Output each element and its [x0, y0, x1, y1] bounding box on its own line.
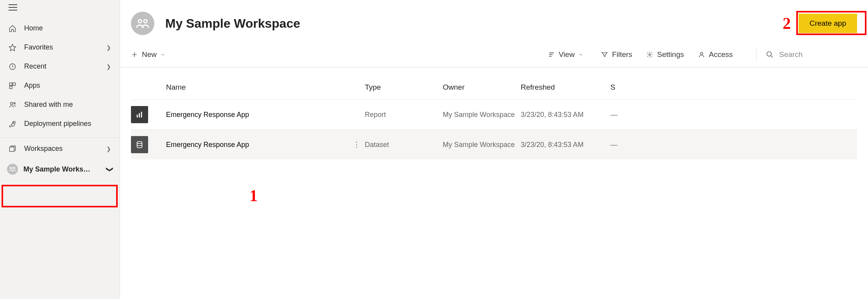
filter-icon: [601, 51, 608, 58]
item-type: Dataset: [365, 141, 443, 149]
table-header-row: Name Type Owner Refreshed S: [131, 75, 857, 99]
gear-icon: [646, 51, 653, 58]
sidebar-item-label: Workspaces: [24, 145, 106, 153]
dataset-icon: [131, 136, 148, 153]
chevron-right-icon: ❯: [106, 44, 111, 51]
annotation-box-1: [2, 185, 118, 207]
svg-rect-3: [13, 83, 16, 85]
person-icon: [698, 51, 705, 58]
svg-point-11: [138, 19, 142, 23]
svg-point-15: [767, 52, 772, 57]
sidebar-item-label: Apps: [24, 81, 111, 90]
search-icon: [766, 51, 774, 58]
current-workspace-label: My Sample Works…: [23, 165, 107, 173]
new-button[interactable]: New: [131, 50, 169, 59]
col-header-type[interactable]: Type: [365, 83, 443, 92]
home-icon: [9, 25, 19, 32]
svg-point-14: [700, 52, 703, 55]
svg-rect-8: [10, 147, 14, 152]
chevron-down-icon: [578, 52, 583, 57]
item-refreshed: 3/23/20, 8:43:53 AM: [521, 111, 610, 119]
sidebar-bottom: Workspaces ❯ My Sample Works… ❯: [0, 137, 120, 180]
sidebar-item-label: Favorites: [24, 43, 106, 51]
sidebar-item-shared[interactable]: Shared with me: [0, 95, 120, 114]
svg-rect-17: [139, 113, 140, 117]
shared-icon: [9, 101, 19, 109]
sidebar: Home Favorites ❯ Recent ❯ Apps S: [0, 0, 120, 299]
search-input[interactable]: [779, 50, 857, 59]
sidebar-current-workspace[interactable]: My Sample Works… ❯: [0, 158, 120, 180]
sidebar-item-favorites[interactable]: Favorites ❯: [0, 38, 120, 57]
workspace-header: My Sample Workspace Create app: [120, 8, 868, 42]
col-header-owner[interactable]: Owner: [443, 83, 521, 92]
chevron-down-icon: [161, 52, 165, 57]
sidebar-item-label: Recent: [24, 62, 106, 71]
svg-rect-2: [10, 83, 12, 85]
chevron-right-icon: ❯: [106, 146, 111, 152]
rocket-icon: [9, 120, 19, 128]
view-icon: [548, 51, 555, 58]
filters-button[interactable]: Filters: [601, 50, 632, 59]
toolbar-separator: [756, 48, 757, 62]
svg-rect-18: [141, 112, 142, 118]
item-name: Emergency Response App: [166, 111, 353, 119]
svg-point-5: [11, 102, 13, 104]
svg-point-10: [13, 167, 15, 169]
page-title: My Sample Workspace: [165, 16, 300, 31]
access-button[interactable]: Access: [698, 50, 733, 59]
search-box[interactable]: [766, 50, 857, 59]
table-row[interactable]: Emergency Response App Report My Sample …: [131, 99, 857, 129]
item-refreshed: 3/23/20, 8:43:53 AM: [521, 141, 610, 149]
svg-point-9: [10, 167, 12, 169]
chevron-right-icon: ❯: [106, 64, 111, 70]
sidebar-item-deployment[interactable]: Deployment pipelines: [0, 114, 120, 133]
svg-point-13: [649, 54, 651, 56]
annotation-box-2: [796, 11, 866, 35]
sidebar-item-workspaces[interactable]: Workspaces ❯: [0, 139, 120, 158]
settings-label: Settings: [657, 50, 684, 59]
col-header-sensitivity[interactable]: S: [610, 83, 857, 92]
filters-label: Filters: [612, 50, 632, 59]
item-owner: My Sample Workspace: [443, 111, 521, 119]
svg-point-12: [144, 19, 147, 23]
sidebar-item-label: Shared with me: [24, 101, 111, 109]
main-content: My Sample Workspace Create app New View: [120, 0, 868, 299]
svg-point-6: [14, 102, 15, 104]
report-icon: [131, 106, 148, 123]
svg-rect-4: [10, 86, 12, 88]
col-header-refreshed[interactable]: Refreshed: [521, 83, 610, 92]
item-sensitivity: —: [610, 141, 857, 149]
svg-marker-0: [9, 44, 16, 51]
svg-point-19: [137, 142, 142, 144]
plus-icon: [131, 51, 138, 58]
chevron-down-icon: ❯: [106, 166, 114, 172]
item-type: Report: [365, 111, 443, 119]
sidebar-item-recent[interactable]: Recent ❯: [0, 57, 120, 76]
access-label: Access: [709, 50, 733, 59]
nav-list: Home Favorites ❯ Recent ❯ Apps S: [0, 15, 120, 133]
sidebar-item-apps[interactable]: Apps: [0, 76, 120, 95]
workspace-avatar-icon: [131, 12, 154, 35]
annotation-number-1: 1: [249, 186, 258, 205]
workspaces-icon: [9, 145, 19, 153]
item-name: Emergency Response App: [166, 141, 353, 149]
apps-icon: [9, 82, 19, 90]
workspace-avatar-icon: [7, 164, 18, 175]
col-header-name[interactable]: Name: [166, 83, 353, 92]
clock-icon: [9, 63, 19, 71]
item-sensitivity: —: [610, 111, 857, 119]
settings-button[interactable]: Settings: [646, 50, 684, 59]
item-owner: My Sample Workspace: [443, 141, 521, 149]
more-options-icon[interactable]: ⋮: [353, 141, 360, 149]
sidebar-item-home[interactable]: Home: [0, 19, 120, 38]
new-label: New: [142, 50, 157, 59]
hamburger-menu[interactable]: [0, 0, 120, 15]
table-row[interactable]: Emergency Response App ⋮ Dataset My Samp…: [131, 129, 857, 159]
sidebar-item-label: Home: [24, 24, 111, 32]
star-icon: [9, 44, 19, 51]
annotation-number-2: 2: [783, 14, 791, 33]
view-label: View: [559, 50, 575, 59]
view-button[interactable]: View: [548, 50, 587, 59]
content-table: Name Type Owner Refreshed S Emergency Re…: [120, 67, 868, 159]
svg-rect-16: [137, 115, 138, 117]
